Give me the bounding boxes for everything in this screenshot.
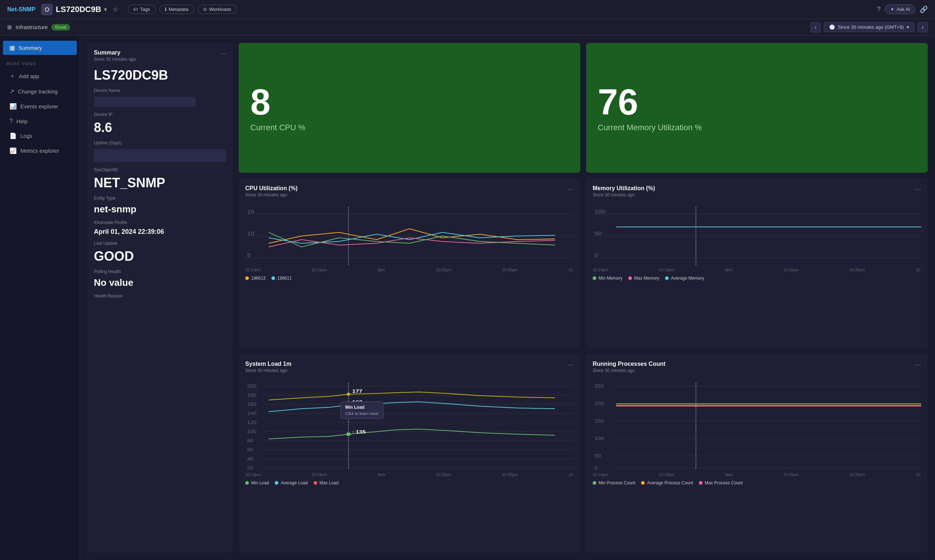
legend-dot-max-process bbox=[699, 481, 702, 485]
tags-icon: 🏷 bbox=[133, 6, 138, 12]
sidebar-item-help[interactable]: ? Help bbox=[3, 114, 77, 128]
svg-text:120: 120 bbox=[247, 420, 256, 425]
summary-icon: ▦ bbox=[9, 45, 15, 51]
system-load-chart-menu-button[interactable]: ⋯ bbox=[567, 361, 574, 369]
sidebar-item-change-tracking[interactable]: ↗ Change tracking bbox=[3, 85, 77, 98]
last-update-label: Last Update bbox=[94, 241, 226, 246]
top-bar-right: ? ✦ Ask AI 🔗 bbox=[877, 5, 928, 14]
system-load-chart-header: System Load 1m Since 30 minutes ago ⋯ bbox=[245, 361, 574, 373]
infrastructure-label: ⊞ Infrastructure Good bbox=[7, 24, 70, 31]
main-content: Summary Since 30 minutes ago ⋯ LS720DC9B… bbox=[80, 35, 935, 560]
cpu-chart-menu-button[interactable]: ⋯ bbox=[567, 185, 574, 193]
sidebar: ▦ Summary MORE VIEWS ＋ Add app ↗ Change … bbox=[0, 35, 80, 560]
svg-text:50: 50 bbox=[595, 453, 601, 458]
svg-text:100: 100 bbox=[595, 435, 604, 441]
prev-time-button[interactable]: ‹ bbox=[810, 22, 821, 32]
svg-text:20: 20 bbox=[247, 465, 254, 469]
second-bar: ⊞ Infrastructure Good ‹ 🕐 Since 30 minut… bbox=[0, 19, 935, 35]
svg-text:15: 15 bbox=[247, 209, 254, 215]
sidebar-section-more-views: MORE VIEWS bbox=[0, 55, 80, 68]
logs-icon: 📄 bbox=[9, 132, 17, 139]
help-icon-button[interactable]: ? bbox=[877, 5, 880, 13]
memory-chart-header: Memory Utilization (%) Since 30 minutes … bbox=[593, 185, 921, 197]
svg-text:0: 0 bbox=[595, 465, 598, 469]
running-processes-chart-title: Running Processes Count bbox=[593, 361, 665, 367]
legend-min-memory: Min Memory bbox=[593, 275, 622, 281]
device-dropdown-arrow[interactable]: ▾ bbox=[104, 6, 106, 12]
svg-point-40 bbox=[346, 432, 351, 436]
workloads-button[interactable]: ⊙ Workloads bbox=[197, 5, 237, 14]
svg-text:177: 177 bbox=[352, 388, 362, 394]
svg-text:40: 40 bbox=[247, 456, 254, 461]
time-dropdown-arrow: ▾ bbox=[907, 25, 909, 30]
entity-type-value: NET_SNMP bbox=[94, 175, 226, 191]
legend-max-load: Max Load bbox=[314, 480, 339, 485]
running-processes-chart-menu-button[interactable]: ⋯ bbox=[915, 361, 921, 369]
memory-chart-svg: 100 50 0 bbox=[593, 207, 921, 265]
tags-button[interactable]: 🏷 Tags bbox=[128, 5, 156, 14]
svg-text:60: 60 bbox=[247, 447, 254, 452]
cpu-chart-header: CPU Utilization (%) Since 30 minutes ago… bbox=[245, 185, 574, 197]
summary-card-title: Summary bbox=[94, 49, 136, 56]
cpu-chart-svg: 15 10 5 bbox=[245, 207, 574, 265]
sidebar-item-logs[interactable]: 📄 Logs bbox=[3, 129, 77, 143]
svg-text:200: 200 bbox=[595, 401, 604, 406]
memory-chart-menu-button[interactable]: ⋯ bbox=[915, 185, 921, 193]
memory-stat-label: Current Memory Utilization % bbox=[598, 123, 916, 132]
svg-text:5: 5 bbox=[247, 252, 251, 258]
sidebar-item-metrics-explorer[interactable]: 📈 Metrics explorer bbox=[3, 144, 77, 158]
summary-card-header: Summary Since 30 minutes ago ⋯ bbox=[94, 49, 226, 62]
legend-max-memory: Max Memory bbox=[628, 275, 659, 281]
legend-min-process: Min Process Count bbox=[593, 480, 635, 485]
running-processes-chart-card: Running Processes Count Since 30 minutes… bbox=[586, 354, 928, 553]
health-reason-label: Health Reason bbox=[94, 294, 226, 298]
legend-dot-max-load bbox=[314, 481, 317, 485]
clock-icon: 🕐 bbox=[829, 25, 835, 30]
legend-max-process: Max Process Count bbox=[699, 480, 743, 485]
cpu-chart-title: CPU Utilization (%) bbox=[245, 185, 297, 192]
sidebar-item-summary[interactable]: ▦ Summary bbox=[3, 41, 77, 55]
legend-dot-min-load bbox=[245, 481, 249, 485]
svg-text:160: 160 bbox=[247, 402, 256, 406]
polling-health-label: Polling Health bbox=[94, 269, 226, 274]
legend-avg-memory: Average Memory bbox=[665, 275, 704, 281]
sysobjectid-redacted bbox=[94, 149, 226, 162]
next-time-button[interactable]: › bbox=[918, 22, 928, 32]
system-load-chart-card: System Load 1m Since 30 minutes ago ⋯ 20… bbox=[239, 354, 580, 553]
svg-text:140: 140 bbox=[247, 411, 256, 415]
svg-text:10: 10 bbox=[247, 231, 254, 236]
top-bar-tags: 🏷 Tags ℹ Metadata ⊙ Workloads bbox=[128, 5, 237, 14]
svg-text:100: 100 bbox=[247, 429, 256, 434]
infra-icon: ⊞ bbox=[7, 24, 12, 31]
device-name-label: Device Name bbox=[94, 88, 226, 93]
device-ip-redacted bbox=[94, 97, 196, 107]
svg-text:50: 50 bbox=[595, 231, 602, 236]
cpu-stat-number: 8 bbox=[250, 84, 568, 120]
help-icon: ? bbox=[9, 118, 13, 125]
good-badge: Good bbox=[51, 24, 70, 31]
svg-text:0: 0 bbox=[595, 252, 598, 258]
svg-point-36 bbox=[347, 393, 350, 395]
brand-label: Net-SNMP bbox=[7, 6, 35, 13]
svg-text:· 135: · 135 bbox=[352, 429, 366, 435]
ask-ai-button[interactable]: ✦ Ask AI bbox=[885, 5, 915, 14]
sidebar-item-add-app[interactable]: ＋ Add app bbox=[3, 69, 77, 84]
ktranslate-label: Ktranslate Profile bbox=[94, 220, 226, 225]
summary-menu-button[interactable]: ⋯ bbox=[220, 49, 226, 57]
favorite-star-icon[interactable]: ☆ bbox=[112, 5, 118, 14]
main-layout: ▦ Summary MORE VIEWS ＋ Add app ↗ Change … bbox=[0, 35, 935, 560]
link-icon-button[interactable]: 🔗 bbox=[920, 5, 928, 14]
sidebar-item-events-explorer[interactable]: 📊 Events explorer bbox=[3, 99, 77, 114]
time-range-button[interactable]: 🕐 Since 30 minutes ago (GMT+9) ▾ bbox=[824, 22, 915, 32]
top-bar: Net-SNMP ⬡ LS720DC9B ▾ ☆ 🏷 Tags ℹ Metada… bbox=[0, 0, 935, 19]
legend-dot-avg-process bbox=[641, 481, 645, 485]
cpu-chart-card: CPU Utilization (%) Since 30 minutes ago… bbox=[239, 178, 580, 348]
memory-chart-x-labels: 10:14pm 10:19pm 0pm 10:25pm 10:30pm 10: bbox=[593, 268, 921, 272]
health-reason-value: No value bbox=[94, 277, 226, 288]
system-load-chart-legend: Min Load Average Load Max Load bbox=[245, 480, 574, 485]
legend-dot-196611 bbox=[271, 276, 275, 280]
uptime-value: 8.6 bbox=[94, 120, 226, 135]
device-title: ⬡ LS720DC9B ▾ bbox=[41, 4, 106, 15]
metadata-button[interactable]: ℹ Metadata bbox=[159, 5, 194, 14]
svg-text:80: 80 bbox=[247, 438, 254, 443]
